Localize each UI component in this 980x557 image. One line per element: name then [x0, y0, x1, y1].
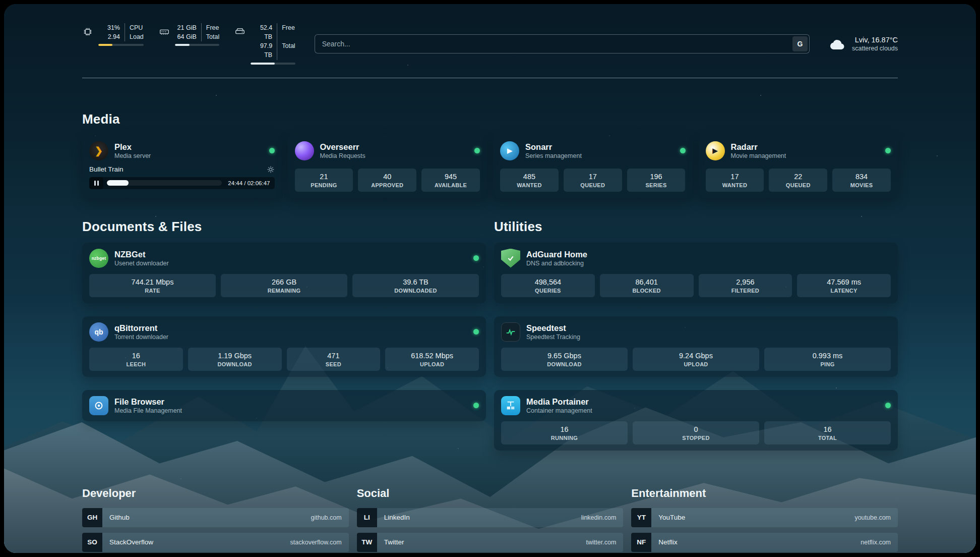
bookmark-netflix[interactable]: NF Netflix netflix.com	[631, 533, 898, 552]
status-dot	[680, 148, 686, 153]
playback-progress-track[interactable]	[107, 180, 222, 186]
stat-pending: 21 PENDING	[295, 169, 353, 192]
bookmark-stackoverflow[interactable]: SO StackOverflow stackoverflow.com	[82, 533, 349, 552]
app-card-nzbget[interactable]: nzbget NZBGet Usenet downloader 744.21 M…	[82, 243, 486, 303]
stat-approved: 40 APPROVED	[358, 169, 416, 192]
stat-ping: 0.993 ms PING	[764, 348, 891, 371]
weather-condition: scattered clouds	[852, 45, 898, 52]
ram-free-label: Free	[201, 23, 219, 32]
stat-wanted: 485 WANTED	[500, 169, 559, 192]
app-card-speedtest[interactable]: Speedtest Speedtest Tracking 9.65 Gbps D…	[494, 316, 898, 377]
overseerr-icon	[295, 141, 314, 160]
settings-gear-icon[interactable]	[267, 165, 275, 174]
bookmark-url: youtube.com	[854, 514, 898, 521]
bookmark-name: LinkedIn	[384, 514, 410, 521]
app-name: Sonarr	[525, 142, 582, 152]
social-title: Social	[357, 487, 624, 500]
ram-free-value: 21 GiB	[175, 23, 201, 32]
stat-filtered: 2,956 FILTERED	[699, 274, 792, 297]
cpu-load-value: 2.94	[98, 32, 125, 41]
stat-remaining: 266 GB REMAINING	[221, 274, 347, 297]
app-subtitle: Torrent downloader	[114, 333, 168, 341]
stat-download: 9.65 Gbps DOWNLOAD	[501, 348, 628, 371]
status-dot	[473, 403, 479, 408]
stat-available: 945 AVAILABLE	[421, 169, 480, 192]
search-input[interactable]	[315, 34, 810, 53]
linkedin-icon: LI	[357, 508, 377, 527]
stat-upload: 618.52 Mbps UPLOAD	[385, 348, 479, 371]
bookmark-group-developer: Developer GH Github github.com SO StackO…	[82, 487, 349, 553]
stat-wanted: 17 WANTED	[706, 169, 764, 192]
bookmark-name: Twitter	[384, 538, 404, 546]
app-card-overseerr[interactable]: Overseerr Media Requests 21 PENDING 40 A…	[288, 135, 487, 198]
ram-total-label: Total	[201, 32, 219, 41]
app-card-qbittorrent[interactable]: qb qBittorrent Torrent downloader 16 LEE…	[82, 316, 486, 377]
disk-progress-bar	[251, 63, 295, 65]
bookmark-github[interactable]: GH Github github.com	[82, 508, 349, 527]
memory-stat: 21 GiBFree 64 GiBTotal	[159, 23, 219, 46]
section-media: Media ❯ Plex Media server Bullet Tr	[82, 112, 898, 198]
bookmark-url: stackoverflow.com	[290, 539, 349, 546]
stat-running: 16 RUNNING	[501, 421, 628, 444]
app-card-adguard[interactable]: AdGuard Home DNS and adblocking 498,564 …	[494, 243, 898, 303]
app-card-portainer[interactable]: Media Portainer Container management 16 …	[494, 390, 898, 451]
stat-latency: 47.569 ms LATENCY	[797, 274, 891, 297]
cpu-usage-value: 31%	[98, 23, 125, 32]
app-card-sonarr[interactable]: ▶ Sonarr Series management 485 WANTED	[493, 135, 693, 198]
stat-download: 1.19 Gbps DOWNLOAD	[188, 348, 282, 371]
system-stats: 31%CPU 2.94Load 21 GiBFree 64 GiBTotal	[82, 23, 295, 65]
disk-icon	[234, 26, 246, 37]
search-engine-button[interactable]: G	[792, 36, 808, 51]
pause-button[interactable]	[89, 177, 103, 189]
weather-widget[interactable]: Lviv, 16.87°C scattered clouds	[829, 36, 898, 52]
app-name: Media Portainer	[526, 397, 592, 407]
app-name: Speedtest	[526, 323, 580, 333]
bookmark-linkedin[interactable]: LI LinkedIn linkedin.com	[357, 508, 624, 527]
speedtest-icon	[501, 322, 520, 342]
section-documents: Documents & Files nzbget NZBGet Usenet d…	[82, 219, 486, 421]
app-subtitle: Container management	[526, 407, 592, 414]
cpu-icon	[82, 26, 93, 37]
disk-free-label: Free	[277, 23, 295, 41]
playback-time: 24:44 / 02:06:47	[228, 180, 270, 186]
playback-bar[interactable]: 24:44 / 02:06:47	[89, 177, 275, 189]
app-name: qBittorrent	[114, 323, 168, 333]
dashboard-screen: 31%CPU 2.94Load 21 GiBFree 64 GiBTotal	[4, 4, 976, 553]
stat-rate: 744.21 Mbps RATE	[89, 274, 216, 297]
app-subtitle: Media Requests	[320, 152, 365, 159]
app-name: Overseerr	[320, 142, 365, 152]
app-name: Radarr	[731, 142, 786, 152]
app-subtitle: Series management	[525, 152, 582, 159]
bookmark-name: StackOverflow	[109, 538, 153, 546]
app-card-filebrowser[interactable]: File Browser Media File Management	[82, 390, 486, 421]
portainer-icon	[501, 396, 520, 415]
stat-leech: 16 LEECH	[89, 348, 183, 371]
top-bar: 31%CPU 2.94Load 21 GiBFree 64 GiBTotal	[82, 23, 898, 65]
bookmark-name: Netflix	[658, 538, 678, 546]
filebrowser-icon	[89, 396, 108, 415]
weather-location: Lviv, 16.87°C	[852, 36, 898, 44]
stackoverflow-icon: SO	[82, 533, 102, 552]
cpu-load-label: Load	[125, 32, 144, 41]
status-dot	[474, 148, 480, 153]
cpu-stat: 31%CPU 2.94Load	[82, 23, 144, 46]
ram-progress-bar	[175, 44, 219, 46]
entertainment-title: Entertainment	[631, 487, 898, 500]
stat-upload: 9.24 Gbps UPLOAD	[633, 348, 759, 371]
app-card-radarr[interactable]: ▶ Radarr Movie management 17 WANTED	[699, 135, 898, 198]
plex-icon: ❯	[89, 141, 108, 160]
bookmark-twitter[interactable]: TW Twitter twitter.com	[357, 533, 624, 552]
bookmark-url: twitter.com	[586, 539, 624, 546]
bookmark-group-social: Social LI LinkedIn linkedin.com TW Twitt…	[357, 487, 624, 553]
nzbget-icon: nzbget	[89, 249, 108, 268]
youtube-icon: YT	[631, 508, 651, 527]
app-card-plex[interactable]: ❯ Plex Media server Bullet Train	[82, 135, 282, 198]
github-icon: GH	[82, 508, 102, 527]
bookmark-url: linkedin.com	[581, 514, 623, 521]
bookmark-youtube[interactable]: YT YouTube youtube.com	[631, 508, 898, 527]
bookmark-url: github.com	[311, 514, 349, 521]
now-playing-title: Bullet Train	[89, 165, 124, 173]
bookmark-name: YouTube	[658, 514, 685, 521]
ram-icon	[159, 26, 170, 37]
search-bar: G	[315, 34, 810, 53]
